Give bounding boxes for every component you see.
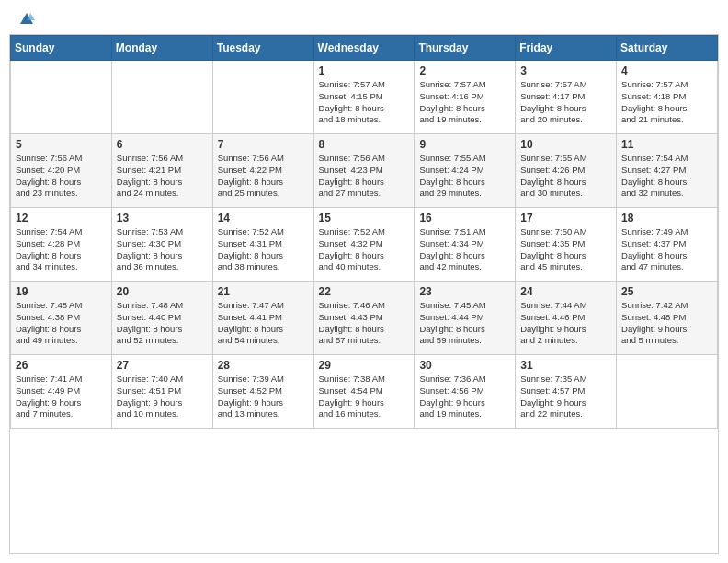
day-info: Sunrise: 7:45 AM Sunset: 4:44 PM Dayligh… — [419, 300, 510, 347]
day-number: 12 — [16, 212, 107, 224]
day-cell: 4Sunrise: 7:57 AM Sunset: 4:18 PM Daylig… — [617, 61, 718, 134]
day-cell: 1Sunrise: 7:57 AM Sunset: 4:15 PM Daylig… — [313, 61, 415, 134]
day-number: 29 — [319, 359, 410, 372]
day-info: Sunrise: 7:48 AM Sunset: 4:38 PM Dayligh… — [16, 300, 107, 347]
day-info: Sunrise: 7:56 AM Sunset: 4:21 PM Dayligh… — [117, 153, 208, 200]
day-info: Sunrise: 7:57 AM Sunset: 4:15 PM Dayligh… — [319, 79, 410, 126]
day-cell: 16Sunrise: 7:51 AM Sunset: 4:34 PM Dayli… — [415, 208, 516, 282]
day-info: Sunrise: 7:39 AM Sunset: 4:52 PM Dayligh… — [218, 373, 309, 420]
day-cell: 31Sunrise: 7:35 AM Sunset: 4:57 PM Dayli… — [516, 355, 617, 429]
day-number: 25 — [621, 285, 712, 298]
day-number: 16 — [419, 212, 510, 224]
day-info: Sunrise: 7:36 AM Sunset: 4:56 PM Dayligh… — [419, 373, 510, 420]
day-number: 28 — [218, 359, 309, 372]
day-info: Sunrise: 7:35 AM Sunset: 4:57 PM Dayligh… — [520, 373, 611, 420]
day-cell: 12Sunrise: 7:54 AM Sunset: 4:28 PM Dayli… — [11, 208, 112, 282]
day-number: 14 — [218, 212, 309, 224]
day-number: 6 — [117, 138, 208, 151]
weekday-header-wednesday: Wednesday — [313, 36, 415, 61]
day-cell: 19Sunrise: 7:48 AM Sunset: 4:38 PM Dayli… — [11, 282, 112, 355]
day-info: Sunrise: 7:54 AM Sunset: 4:28 PM Dayligh… — [16, 226, 107, 273]
week-row-1: 1Sunrise: 7:57 AM Sunset: 4:15 PM Daylig… — [11, 61, 718, 134]
day-cell: 13Sunrise: 7:53 AM Sunset: 4:30 PM Dayli… — [111, 208, 212, 282]
day-info: Sunrise: 7:50 AM Sunset: 4:35 PM Dayligh… — [520, 226, 611, 273]
week-row-3: 12Sunrise: 7:54 AM Sunset: 4:28 PM Dayli… — [11, 208, 718, 282]
day-info: Sunrise: 7:47 AM Sunset: 4:41 PM Dayligh… — [218, 300, 309, 347]
day-number: 15 — [319, 212, 410, 224]
day-info: Sunrise: 7:38 AM Sunset: 4:54 PM Dayligh… — [319, 373, 410, 420]
weekday-header-sunday: Sunday — [11, 36, 112, 61]
day-number: 26 — [16, 359, 107, 372]
day-number: 31 — [520, 359, 611, 372]
day-number: 22 — [319, 285, 410, 298]
day-cell: 29Sunrise: 7:38 AM Sunset: 4:54 PM Dayli… — [313, 355, 415, 429]
day-info: Sunrise: 7:42 AM Sunset: 4:48 PM Dayligh… — [621, 300, 712, 347]
day-number: 1 — [319, 64, 410, 77]
day-cell: 30Sunrise: 7:36 AM Sunset: 4:56 PM Dayli… — [415, 355, 516, 429]
day-number: 8 — [319, 138, 410, 151]
day-info: Sunrise: 7:40 AM Sunset: 4:51 PM Dayligh… — [117, 373, 208, 420]
day-info: Sunrise: 7:57 AM Sunset: 4:16 PM Dayligh… — [419, 79, 510, 126]
page: SundayMondayTuesdayWednesdayThursdayFrid… — [0, 0, 728, 563]
week-row-2: 5Sunrise: 7:56 AM Sunset: 4:20 PM Daylig… — [11, 134, 718, 208]
day-number: 5 — [16, 138, 107, 151]
day-info: Sunrise: 7:57 AM Sunset: 4:18 PM Dayligh… — [621, 79, 712, 126]
day-info: Sunrise: 7:56 AM Sunset: 4:22 PM Dayligh… — [218, 153, 309, 200]
day-cell: 7Sunrise: 7:56 AM Sunset: 4:22 PM Daylig… — [212, 134, 313, 208]
day-info: Sunrise: 7:56 AM Sunset: 4:20 PM Dayligh… — [16, 153, 107, 200]
day-info: Sunrise: 7:52 AM Sunset: 4:31 PM Dayligh… — [218, 226, 309, 273]
day-info: Sunrise: 7:55 AM Sunset: 4:24 PM Dayligh… — [419, 153, 510, 200]
day-number: 11 — [621, 138, 712, 151]
day-info: Sunrise: 7:41 AM Sunset: 4:49 PM Dayligh… — [16, 373, 107, 420]
logo-icon — [18, 11, 35, 28]
day-cell: 14Sunrise: 7:52 AM Sunset: 4:31 PM Dayli… — [212, 208, 313, 282]
day-number: 18 — [621, 212, 712, 224]
day-cell: 6Sunrise: 7:56 AM Sunset: 4:21 PM Daylig… — [111, 134, 212, 208]
day-number: 9 — [419, 138, 510, 151]
weekday-header-friday: Friday — [516, 36, 617, 61]
weekday-header-thursday: Thursday — [415, 36, 516, 61]
day-number: 3 — [520, 64, 611, 77]
day-info: Sunrise: 7:46 AM Sunset: 4:43 PM Dayligh… — [319, 300, 410, 347]
day-cell — [617, 355, 718, 429]
day-info: Sunrise: 7:44 AM Sunset: 4:46 PM Dayligh… — [520, 300, 611, 347]
day-cell: 25Sunrise: 7:42 AM Sunset: 4:48 PM Dayli… — [617, 282, 718, 355]
day-cell: 15Sunrise: 7:52 AM Sunset: 4:32 PM Dayli… — [313, 208, 415, 282]
day-number: 13 — [117, 212, 208, 224]
day-cell: 17Sunrise: 7:50 AM Sunset: 4:35 PM Dayli… — [516, 208, 617, 282]
day-number: 19 — [16, 285, 107, 298]
day-cell — [212, 61, 313, 134]
day-info: Sunrise: 7:51 AM Sunset: 4:34 PM Dayligh… — [419, 226, 510, 273]
day-cell: 26Sunrise: 7:41 AM Sunset: 4:49 PM Dayli… — [11, 355, 112, 429]
calendar: SundayMondayTuesdayWednesdayThursdayFrid… — [9, 34, 719, 554]
day-cell: 20Sunrise: 7:48 AM Sunset: 4:40 PM Dayli… — [111, 282, 212, 355]
day-cell: 9Sunrise: 7:55 AM Sunset: 4:24 PM Daylig… — [415, 134, 516, 208]
logo — [17, 11, 35, 29]
weekday-header-row: SundayMondayTuesdayWednesdayThursdayFrid… — [11, 36, 718, 61]
day-number: 23 — [419, 285, 510, 298]
day-cell: 5Sunrise: 7:56 AM Sunset: 4:20 PM Daylig… — [11, 134, 112, 208]
day-number: 17 — [520, 212, 611, 224]
weekday-header-monday: Monday — [111, 36, 212, 61]
day-cell: 22Sunrise: 7:46 AM Sunset: 4:43 PM Dayli… — [313, 282, 415, 355]
day-cell: 23Sunrise: 7:45 AM Sunset: 4:44 PM Dayli… — [415, 282, 516, 355]
day-number: 2 — [419, 64, 510, 77]
day-cell: 10Sunrise: 7:55 AM Sunset: 4:26 PM Dayli… — [516, 134, 617, 208]
header — [0, 0, 728, 34]
day-number: 27 — [117, 359, 208, 372]
day-number: 20 — [117, 285, 208, 298]
day-cell: 28Sunrise: 7:39 AM Sunset: 4:52 PM Dayli… — [212, 355, 313, 429]
day-cell: 11Sunrise: 7:54 AM Sunset: 4:27 PM Dayli… — [617, 134, 718, 208]
day-number: 24 — [520, 285, 611, 298]
weekday-header-tuesday: Tuesday — [212, 36, 313, 61]
day-info: Sunrise: 7:55 AM Sunset: 4:26 PM Dayligh… — [520, 153, 611, 200]
day-cell: 18Sunrise: 7:49 AM Sunset: 4:37 PM Dayli… — [617, 208, 718, 282]
day-number: 21 — [218, 285, 309, 298]
day-cell: 27Sunrise: 7:40 AM Sunset: 4:51 PM Dayli… — [111, 355, 212, 429]
day-cell — [11, 61, 112, 134]
day-cell: 2Sunrise: 7:57 AM Sunset: 4:16 PM Daylig… — [415, 61, 516, 134]
day-number: 7 — [218, 138, 309, 151]
day-info: Sunrise: 7:57 AM Sunset: 4:17 PM Dayligh… — [520, 79, 611, 126]
day-cell: 3Sunrise: 7:57 AM Sunset: 4:17 PM Daylig… — [516, 61, 617, 134]
day-cell — [111, 61, 212, 134]
